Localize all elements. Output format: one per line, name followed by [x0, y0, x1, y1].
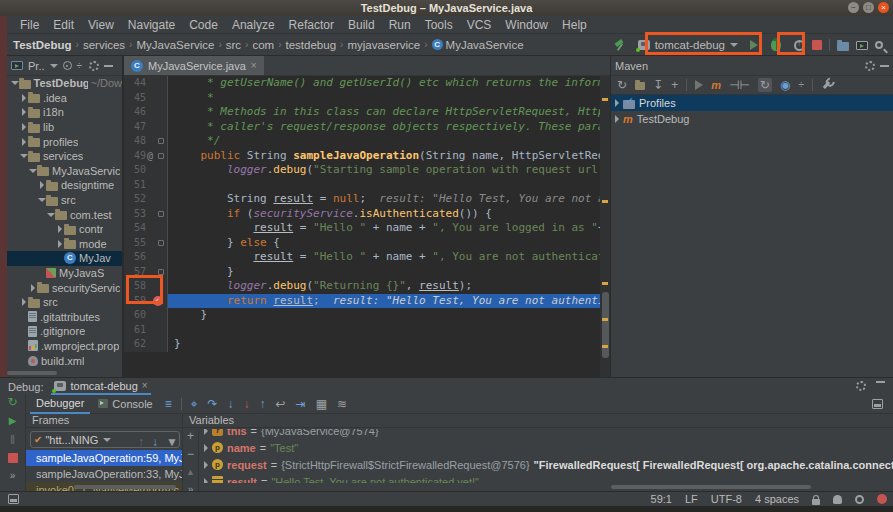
editor-tab[interactable]: C MyJavaService.java × [124, 56, 264, 75]
remove-watch-icon[interactable]: − [187, 448, 194, 460]
menu-item-refactor[interactable]: Refactor [282, 18, 341, 32]
code-editor[interactable]: 44 * getUserName() and getUserId() etc w… [124, 76, 610, 377]
more-icon[interactable]: » [10, 470, 16, 482]
tree-item-mode[interactable]: mode [7, 237, 122, 252]
tree-item-com-test[interactable]: com.test [7, 207, 122, 222]
gutter[interactable]: 54 [124, 221, 168, 236]
maven-item-profiles[interactable]: Profiles [611, 95, 893, 111]
gutter[interactable]: 45 [124, 91, 168, 106]
tree-expand-icon[interactable] [615, 115, 619, 123]
caret-position[interactable]: 59:1 [651, 493, 672, 505]
line-ending[interactable]: LF [685, 493, 698, 505]
menu-item-analyze[interactable]: Analyze [225, 18, 282, 32]
gear-icon[interactable] [89, 61, 99, 71]
editor-vertical-scrollbar[interactable] [602, 292, 609, 358]
tree-item--wmproject-prop[interactable]: .wmproject.prop [7, 339, 122, 354]
breadcrumb-item[interactable]: testdebug [286, 39, 337, 51]
code-line-57[interactable]: 57 } [124, 265, 610, 280]
gutter[interactable]: 44 [124, 76, 168, 91]
gutter[interactable]: 47 [124, 120, 168, 135]
menu-item-file[interactable]: File [13, 18, 46, 32]
add-watch-icon[interactable]: + [187, 430, 194, 442]
hide-panel-icon[interactable] [876, 381, 885, 383]
move-up-icon[interactable]: ▲ [186, 466, 195, 478]
variable-row-result[interactable]: result="Hello Test, You are not authenti… [200, 473, 893, 483]
tree-expand-icon[interactable] [204, 461, 208, 469]
offline-toggle-icon[interactable]: ↻ [758, 78, 772, 92]
menu-item-view[interactable]: View [81, 18, 121, 32]
show-execution-point-icon[interactable]: ⌖ [191, 398, 198, 410]
menu-item-navigate[interactable]: Navigate [121, 18, 182, 32]
code-line-58[interactable]: 58 logger.debug("Returning {}", result); [124, 279, 610, 294]
tree-expand-icon[interactable] [55, 225, 64, 233]
variables-horizontal-scrollbar[interactable] [611, 485, 811, 489]
fold-marker-icon[interactable] [158, 211, 164, 217]
gutter[interactable]: 61 [124, 323, 168, 338]
debug-session-tab[interactable]: tomcat-debug × [51, 378, 150, 395]
tree-item-myjavaservic[interactable]: MyJavaServic [7, 164, 122, 179]
tree-item-securityservic[interactable]: securityServic [7, 280, 122, 295]
evaluate-expression-icon[interactable]: ▦ [316, 398, 327, 410]
close-session-icon[interactable]: × [142, 380, 148, 391]
variable-row-name[interactable]: pname="Test" [200, 439, 893, 456]
gutter[interactable]: 56 [124, 250, 168, 265]
search-everywhere-icon[interactable] [875, 41, 883, 49]
tree-expand-icon[interactable] [19, 108, 28, 116]
maximize-window-icon[interactable]: □ [863, 2, 874, 13]
code-line-45[interactable]: 45 * [124, 91, 610, 106]
code-line-53[interactable]: 53 if (securityService.isAuthenticated()… [124, 207, 610, 222]
resume-icon[interactable]: ▶ [9, 415, 17, 427]
tree-item-contr[interactable]: contr [7, 222, 122, 237]
maven-goal-icon[interactable]: m [711, 80, 721, 91]
restore-layout-icon[interactable] [872, 399, 883, 409]
frame-up-icon[interactable]: ↑ [138, 436, 144, 448]
gutter[interactable]: 60 [124, 308, 168, 323]
profiles-icon[interactable]: ◉ [780, 79, 790, 91]
menu-item-help[interactable]: Help [555, 18, 594, 32]
run-window-icon[interactable] [856, 41, 868, 50]
tab-console[interactable]: Console [92, 396, 158, 413]
frame-row[interactable]: sampleJavaOperation:59, MyJavaService [26, 450, 182, 466]
event-log-icon[interactable] [855, 495, 864, 504]
error-indicator-icon[interactable] [877, 494, 887, 504]
breadcrumb-item[interactable]: MyJavaService [136, 39, 214, 51]
tree-item--gitignore[interactable]: .gitignore [7, 324, 122, 339]
tree-expand-icon[interactable] [37, 181, 46, 189]
menu-item-tools[interactable]: Tools [418, 18, 460, 32]
tree-expand-icon[interactable] [204, 478, 208, 484]
breadcrumb-item[interactable]: com [252, 39, 274, 51]
layout-settings-icon[interactable]: ≡ [165, 398, 172, 410]
gutter[interactable]: 52 [124, 192, 168, 207]
code-line-48[interactable]: 48 */ [124, 134, 610, 149]
frame-row[interactable]: sampleJavaOperation:33, MyJavaService [26, 466, 182, 482]
code-line-61[interactable]: 61 [124, 323, 610, 338]
warning-stripe-mark[interactable] [602, 345, 608, 348]
menu-item-run[interactable]: Run [382, 18, 418, 32]
force-step-into-icon[interactable]: ↓ [244, 398, 250, 410]
inspections-profile-icon[interactable] [833, 495, 842, 504]
code-line-47[interactable]: 47 * caller's request/response objects r… [124, 120, 610, 135]
breadcrumb-item[interactable]: TestDebug [13, 39, 72, 51]
menu-item-vcs[interactable]: VCS [460, 18, 499, 32]
tree-item-services[interactable]: services [7, 149, 122, 164]
tree-expand-icon[interactable] [19, 298, 28, 306]
breadcrumb-item[interactable]: services [83, 39, 125, 51]
menu-item-build[interactable]: Build [341, 18, 382, 32]
rerun-icon[interactable]: ↻ [7, 396, 17, 408]
tree-expand-icon[interactable] [10, 81, 19, 85]
code-line-52[interactable]: 52 String result = null; result: "Hello … [124, 192, 610, 207]
download-sources-icon[interactable]: ↧ [653, 79, 663, 91]
code-line-54[interactable]: 54 result = "Hello " + name + ", You are… [124, 221, 610, 236]
breadcrumb-item[interactable]: myjavaservice [347, 39, 420, 51]
skip-tests-icon[interactable]: ⊣⊢ [729, 79, 750, 91]
gutter[interactable]: 53 [124, 207, 168, 222]
project-panel-title[interactable]: Pr.. [28, 60, 45, 72]
tree-expand-icon[interactable] [19, 123, 28, 131]
warning-stripe-mark[interactable] [602, 200, 608, 203]
expand-collapse-icon[interactable]: ÷ [798, 79, 804, 91]
close-tab-icon[interactable]: × [251, 60, 257, 71]
code-line-60[interactable]: 60 } [124, 308, 610, 323]
stop-button[interactable] [812, 40, 822, 50]
wrench-icon[interactable] [823, 81, 830, 89]
menu-item-code[interactable]: Code [182, 18, 225, 32]
